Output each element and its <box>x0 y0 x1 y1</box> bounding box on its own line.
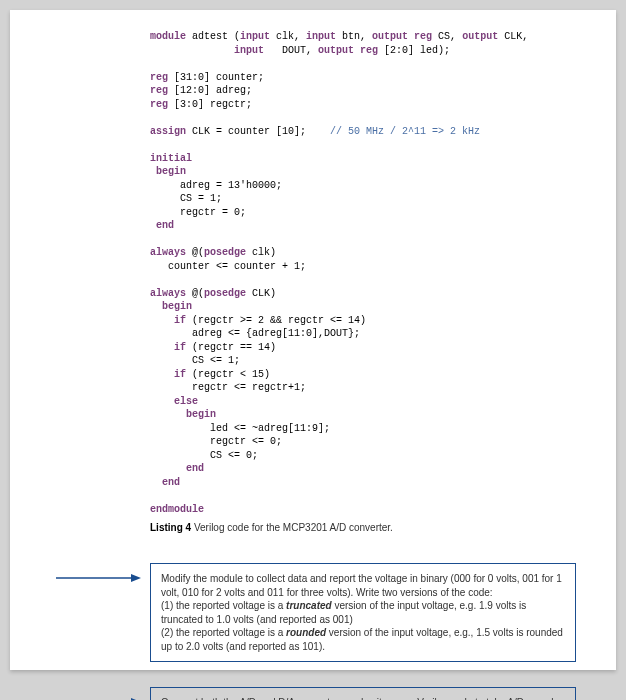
keyword: assign <box>150 126 186 137</box>
code-text <box>150 234 156 245</box>
keyword: module <box>150 31 186 42</box>
code-text: (regctr >= 2 && regctr <= 14) <box>186 315 366 326</box>
keyword: end <box>186 463 204 474</box>
keyword: else <box>174 396 198 407</box>
keyword: output reg <box>372 31 432 42</box>
code-text: regctr <= regctr+1; <box>150 382 306 393</box>
code-text: clk) <box>246 247 276 258</box>
code-text: @( <box>186 288 204 299</box>
keyword: if <box>174 342 186 353</box>
keyword: posedge <box>204 247 246 258</box>
code-text: [31:0] counter; <box>168 72 264 83</box>
emphasis: rounded <box>286 627 326 638</box>
code-text: regctr <= 0; <box>150 436 282 447</box>
code-text: led <= ~adreg[11:9]; <box>150 423 330 434</box>
code-text: clk, <box>270 31 306 42</box>
code-text: adreg = 13'h0000; <box>150 180 282 191</box>
keyword: input <box>234 45 264 56</box>
code-text: adreg <= {adreg[11:0],DOUT}; <box>150 328 360 339</box>
document-page: module adtest (input clk, input btn, out… <box>10 10 616 670</box>
code-text: counter <= counter + 1; <box>150 261 306 272</box>
keyword: always <box>150 288 186 299</box>
code-text: [3:0] regctr; <box>168 99 252 110</box>
task2-line1: Connect both the A/D and D/A converters … <box>161 696 565 700</box>
keyword: output <box>462 31 498 42</box>
keyword: reg <box>150 72 168 83</box>
task-box-2: Connect both the A/D and D/A converters … <box>150 687 576 700</box>
text: (1) the reported voltage is a <box>161 600 286 611</box>
code-text: CS <= 0; <box>150 450 258 461</box>
task1-line1: Modify the module to collect data and re… <box>161 572 565 599</box>
verilog-code-listing: module adtest (input clk, input btn, out… <box>150 30 576 516</box>
keyword: input <box>306 31 336 42</box>
keyword: input <box>240 31 270 42</box>
keyword: end <box>156 220 174 231</box>
keyword: begin <box>186 409 216 420</box>
code-text: regctr = 0; <box>150 207 246 218</box>
caption-label: Listing 4 <box>150 522 191 533</box>
keyword: if <box>174 369 186 380</box>
listing-caption: Listing 4 Verilog code for the MCP3201 A… <box>150 522 576 533</box>
keyword: reg <box>150 85 168 96</box>
arrow-icon <box>56 572 141 584</box>
code-text <box>150 112 156 123</box>
code-text: [12:0] adreg; <box>168 85 252 96</box>
task1-line2: (1) the reported voltage is a truncated … <box>161 599 565 626</box>
code-text <box>150 139 156 150</box>
keyword: posedge <box>204 288 246 299</box>
keyword: reg <box>150 99 168 110</box>
code-text: CS = 1; <box>150 193 222 204</box>
code-text: [2:0] led); <box>378 45 450 56</box>
keyword: initial <box>150 153 192 164</box>
code-text: btn, <box>336 31 372 42</box>
keyword: always <box>150 247 186 258</box>
keyword: begin <box>162 301 192 312</box>
text: (2) the reported voltage is a <box>161 627 286 638</box>
code-text: (regctr == 14) <box>186 342 276 353</box>
keyword: if <box>174 315 186 326</box>
comment: // 50 MHz / 2^11 => 2 kHz <box>330 126 480 137</box>
code-text: CS, <box>432 31 462 42</box>
code-text: adtest ( <box>186 31 240 42</box>
arrow-icon <box>56 696 141 700</box>
caption-text: Verilog code for the MCP3201 A/D convert… <box>191 522 393 533</box>
code-text <box>150 490 156 501</box>
keyword: output reg <box>318 45 378 56</box>
code-text: CS <= 1; <box>150 355 240 366</box>
code-text: DOUT, <box>264 45 318 56</box>
task1-line3: (2) the reported voltage is a rounded ve… <box>161 626 565 653</box>
code-text: (regctr < 15) <box>186 369 270 380</box>
keyword: endmodule <box>150 504 204 515</box>
emphasis: truncated <box>286 600 332 611</box>
keyword: end <box>162 477 180 488</box>
task-box-1: Modify the module to collect data and re… <box>150 563 576 662</box>
keyword: begin <box>156 166 186 177</box>
code-text: @( <box>186 247 204 258</box>
code-text: CLK = counter [10]; <box>186 126 330 137</box>
code-text <box>150 58 156 69</box>
code-text <box>150 274 156 285</box>
svg-marker-1 <box>131 574 141 582</box>
code-text: CLK, <box>498 31 528 42</box>
code-text: CLK) <box>246 288 276 299</box>
